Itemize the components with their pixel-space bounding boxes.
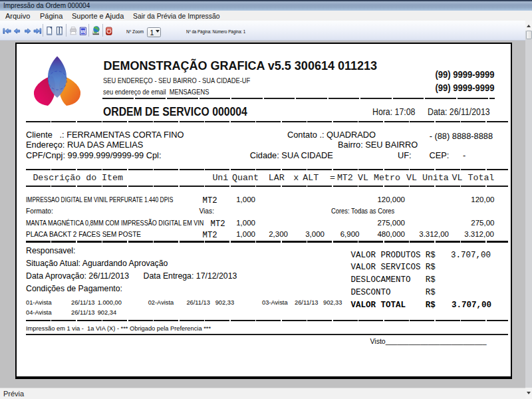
svg-text:W: W bbox=[80, 29, 86, 35]
